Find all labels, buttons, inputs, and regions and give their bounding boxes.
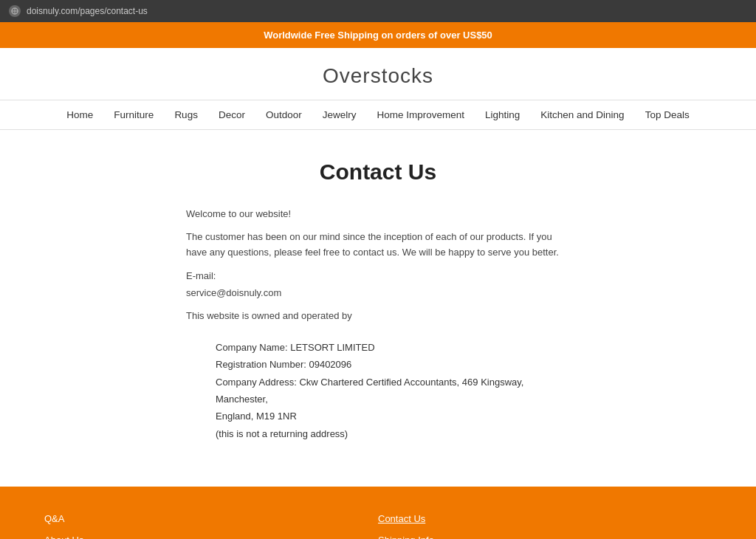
email-label: E-mail:: [186, 269, 570, 284]
footer-col-2: Contact UsShipping InfoTrack Your OrderR…: [378, 513, 712, 539]
company-block: Company Name: LETSORT LIMITED Registrati…: [186, 339, 570, 442]
company-address-1: Company Address: Ckw Chartered Certified…: [216, 374, 570, 408]
nav-item-top-deals[interactable]: Top Deals: [645, 109, 690, 120]
nav-item-home-improvement[interactable]: Home Improvement: [377, 109, 464, 120]
url-bar[interactable]: doisnuly.com/pages/contact-us: [27, 6, 148, 16]
promo-banner: Worldwide Free Shipping on orders of ove…: [0, 22, 756, 48]
footer-col-1: Q&AAbout UsPrivacy PolicyTerms & Conditi…: [44, 513, 378, 539]
owned-by-text: This website is owned and operated by: [186, 309, 570, 324]
nav-item-furniture[interactable]: Furniture: [114, 109, 154, 120]
footer: Q&AAbout UsPrivacy PolicyTerms & Conditi…: [0, 487, 756, 539]
browser-bar: doisnuly.com/pages/contact-us: [0, 0, 756, 22]
welcome-text: Welcome to our website!: [186, 207, 570, 222]
main-nav: HomeFurnitureRugsDecorOutdoorJewelryHome…: [0, 100, 756, 130]
nav-item-decor[interactable]: Decor: [219, 109, 245, 120]
nav-item-rugs[interactable]: Rugs: [174, 109, 198, 120]
company-address-2: England, M19 1NR: [216, 408, 570, 425]
site-title[interactable]: Overstocks: [0, 48, 756, 100]
nav-item-home[interactable]: Home: [66, 109, 93, 120]
browser-icon: [9, 5, 21, 17]
main-content: Contact Us Welcome to our website! The c…: [61, 130, 695, 487]
footer-link-shipping-info[interactable]: Shipping Info: [378, 535, 712, 539]
page-heading: Contact Us: [75, 159, 681, 185]
nav-item-lighting[interactable]: Lighting: [485, 109, 520, 120]
footer-links: Q&AAbout UsPrivacy PolicyTerms & Conditi…: [0, 487, 756, 539]
company-note: (this is not a returning address): [216, 425, 570, 442]
email-value: service@doisnuly.com: [186, 286, 570, 301]
footer-link-contact-us[interactable]: Contact Us: [378, 513, 712, 524]
contact-content: Welcome to our website! The customer has…: [186, 207, 570, 442]
description-text: The customer has been on our mind since …: [186, 230, 570, 261]
footer-link-qanda[interactable]: Q&A: [44, 513, 378, 524]
nav-item-kitchen-and-dining[interactable]: Kitchen and Dining: [540, 109, 624, 120]
company-reg: Registration Number: 09402096: [216, 356, 570, 373]
footer-link-about-us[interactable]: About Us: [44, 535, 378, 539]
nav-item-jewelry[interactable]: Jewelry: [323, 109, 357, 120]
company-name: Company Name: LETSORT LIMITED: [216, 339, 570, 356]
nav-item-outdoor[interactable]: Outdoor: [266, 109, 302, 120]
